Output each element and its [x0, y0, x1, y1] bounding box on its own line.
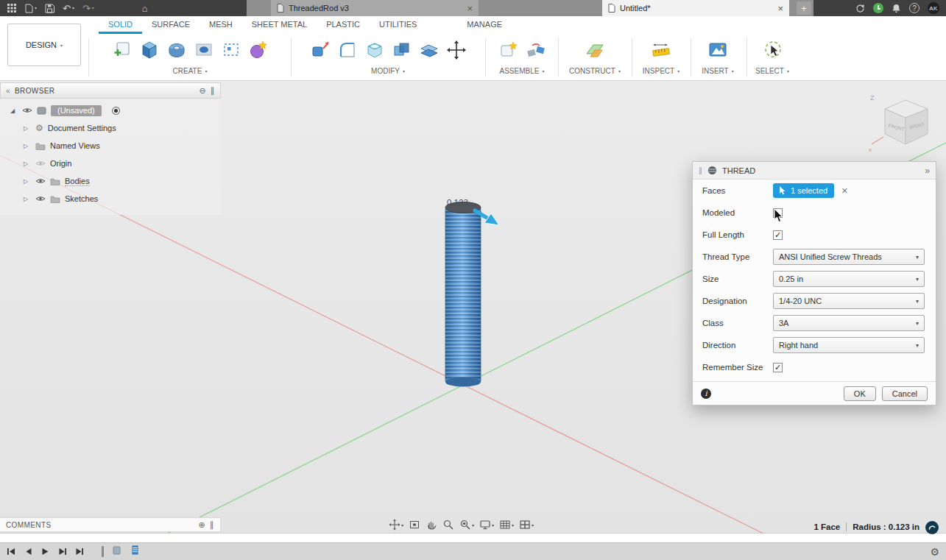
eye-hidden-icon[interactable]	[35, 160, 46, 167]
new-component-icon[interactable]	[110, 38, 134, 62]
info-icon[interactable]: i	[701, 389, 711, 399]
tree-item-label[interactable]: Bodies	[65, 177, 90, 186]
faces-selection-button[interactable]: 1 selected	[773, 183, 834, 198]
extensions-icon[interactable]	[855, 4, 865, 13]
grid-settings-tool[interactable]: ▾	[499, 519, 514, 531]
group-label-select[interactable]: SELECT▾	[748, 67, 797, 75]
press-pull-icon[interactable]	[308, 38, 332, 62]
timeline-thread-feature-icon[interactable]	[130, 545, 141, 559]
size-dropdown[interactable]: 0.25 in ▾	[773, 271, 925, 287]
tree-row-document-settings[interactable]: ▷ ⚙ Document Settings	[0, 119, 221, 137]
display-settings-tool[interactable]: ▾	[479, 519, 494, 531]
collapse-panel-icon[interactable]: «	[6, 87, 10, 95]
tab-mesh[interactable]: MESH	[200, 16, 242, 34]
dialog-grip-icon[interactable]: ∥	[699, 166, 702, 174]
timeline-step-forward-button[interactable]	[57, 545, 67, 559]
offset-face-icon[interactable]	[417, 38, 441, 62]
joint-icon[interactable]	[524, 38, 548, 62]
combine-icon[interactable]	[390, 38, 414, 62]
move-icon[interactable]	[445, 38, 468, 62]
tree-item-label[interactable]: Origin	[50, 159, 71, 168]
panel-options-icon[interactable]: ⊖	[199, 86, 206, 96]
group-label-modify[interactable]: MODIFY▾	[294, 67, 481, 75]
timeline-go-to-start-button[interactable]	[7, 545, 16, 559]
collapsed-arrow-icon[interactable]: ▷	[24, 160, 31, 167]
extrude-icon[interactable]	[138, 38, 161, 62]
document-tab-untitled[interactable]: Untitled* ×	[602, 0, 789, 16]
save-icon[interactable]	[45, 4, 54, 13]
viewports-tool[interactable]: ▾	[519, 519, 534, 531]
design-workspace-button[interactable]: DESIGN ▾	[7, 24, 81, 66]
shell-icon[interactable]	[363, 38, 386, 62]
tab-manage[interactable]: MANAGE	[457, 16, 512, 34]
tab-plastic[interactable]: PLASTIC	[317, 16, 370, 34]
tab-sheet-metal[interactable]: SHEET METAL	[242, 16, 317, 34]
assemble-new-component-icon[interactable]	[497, 38, 520, 62]
timeline-position-marker[interactable]	[102, 546, 104, 557]
designation-dropdown[interactable]: 1/4-20 UNC ▾	[773, 293, 925, 309]
timeline-base-feature-icon[interactable]	[111, 545, 122, 559]
create-form-icon[interactable]	[247, 38, 270, 62]
timeline-go-to-end-button[interactable]	[74, 545, 84, 559]
panel-grip-icon[interactable]: ∥	[211, 86, 215, 96]
collapsed-arrow-icon[interactable]: ▷	[24, 196, 31, 202]
timeline-play-button[interactable]	[40, 545, 50, 559]
document-tab-threadedrod[interactable]: ThreadedRod v3 ×	[271, 0, 479, 16]
tab-utilities[interactable]: UTILITIES	[370, 16, 426, 34]
assistant-button[interactable]	[925, 521, 939, 534]
timeline-step-back-button[interactable]	[24, 545, 33, 559]
measure-icon[interactable]	[649, 38, 673, 62]
add-comment-icon[interactable]: ⊕	[198, 520, 205, 530]
class-dropdown[interactable]: 3A ▾	[773, 315, 925, 331]
view-cube[interactable]: Z FRONT RIGHT x	[867, 91, 938, 159]
tree-row-bodies[interactable]: ▷ Bodies	[0, 172, 221, 190]
home-icon[interactable]: ⌂	[142, 4, 148, 13]
tab-solid[interactable]: SOLID	[99, 16, 142, 34]
app-grid-icon[interactable]	[7, 4, 16, 13]
construction-plane-icon[interactable]	[583, 38, 607, 62]
thread-dialog-header[interactable]: ∥ THREAD »	[693, 162, 936, 180]
clear-selection-icon[interactable]: ×	[841, 185, 847, 196]
root-document-label[interactable]: (Unsaved)	[51, 105, 102, 116]
remember-size-checkbox[interactable]: ✓	[773, 363, 783, 372]
tree-row-named-views[interactable]: ▷ Named Views	[0, 137, 221, 155]
group-label-insert[interactable]: INSERT▾	[692, 67, 744, 75]
pan-tool[interactable]	[426, 519, 437, 531]
close-icon[interactable]: ×	[777, 3, 783, 14]
collapsed-arrow-icon[interactable]: ▷	[24, 125, 31, 132]
pattern-icon[interactable]	[219, 38, 243, 62]
eye-icon[interactable]	[35, 195, 46, 202]
insert-image-icon[interactable]	[706, 38, 730, 62]
new-tab-button[interactable]: +	[797, 1, 811, 15]
job-status-icon[interactable]	[873, 3, 883, 13]
activate-component-radio[interactable]	[112, 107, 120, 115]
undo-icon[interactable]: ↶ ▾	[63, 4, 74, 13]
tree-row-origin[interactable]: ▷ Origin	[0, 155, 221, 172]
file-menu-icon[interactable]: ▾	[24, 4, 37, 13]
comments-bar[interactable]: COMMENTS ⊕ ∥	[0, 517, 221, 532]
orbit-tool[interactable]: ▾	[389, 519, 403, 531]
group-label-inspect[interactable]: INSPECT▾	[635, 67, 688, 75]
threaded-rod-body[interactable]	[445, 202, 481, 387]
tree-item-label[interactable]: Document Settings	[48, 124, 116, 132]
tree-item-label[interactable]: Named Views	[50, 141, 100, 150]
notifications-bell-icon[interactable]	[892, 4, 901, 13]
zoom-window-tool[interactable]: ▾	[459, 519, 474, 531]
revolve-icon[interactable]	[165, 38, 188, 62]
tree-item-label[interactable]: Sketches	[65, 194, 98, 203]
direction-dropdown[interactable]: Right hand ▾	[773, 337, 925, 353]
collapsed-arrow-icon[interactable]: ▷	[24, 178, 31, 185]
tree-row-sketches[interactable]: ▷ Sketches	[0, 190, 221, 208]
look-at-tool[interactable]	[409, 519, 420, 531]
select-cursor-icon[interactable]	[760, 38, 784, 62]
close-icon[interactable]: ×	[467, 3, 473, 14]
timeline-settings-gear-icon[interactable]: ⚙	[930, 547, 939, 557]
panel-grip-icon[interactable]: ∥	[210, 520, 214, 530]
expanded-arrow-icon[interactable]: ◢	[10, 107, 18, 114]
thread-type-dropdown[interactable]: ANSI Unified Screw Threads ▾	[773, 249, 925, 265]
full-length-checkbox[interactable]: ✓	[773, 230, 783, 240]
group-label-create[interactable]: CREATE▾	[93, 67, 287, 75]
group-label-construct[interactable]: CONSTRUCT▾	[561, 67, 629, 75]
dialog-expand-icon[interactable]: »	[925, 166, 930, 176]
browser-header[interactable]: « BROWSER ⊖ ∥	[0, 82, 221, 99]
